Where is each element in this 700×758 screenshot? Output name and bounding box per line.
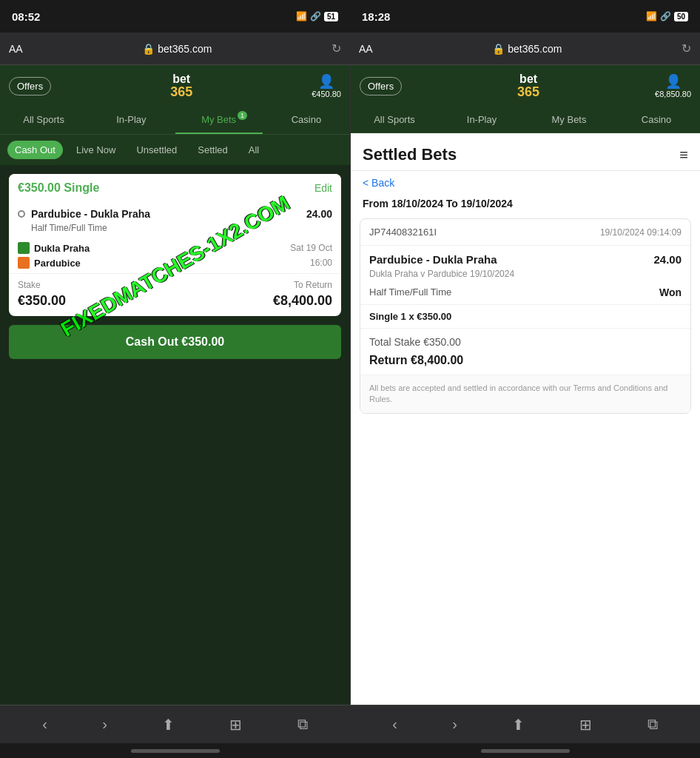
team-row-2: Pardubice 16:00: [18, 257, 332, 269]
sub-tab-settled[interactable]: Settled: [190, 141, 235, 159]
tab-in-play-left[interactable]: In-Play: [87, 107, 175, 134]
tab-my-bets-right[interactable]: My Bets: [525, 107, 613, 133]
team1-name: Dukla Praha: [34, 243, 90, 254]
right-home-indicator: [350, 743, 700, 758]
logo-bet-left: bet: [172, 73, 190, 85]
bookmarks-button-right[interactable]: ⊞: [579, 716, 592, 734]
team-left-1: Dukla Praha: [18, 242, 90, 254]
forward-button-left[interactable]: ›: [102, 716, 107, 733]
team1-shirt-icon: [18, 242, 30, 254]
right-panel: Offers bet 365 👤 €8,850.80 All Sports In…: [351, 65, 700, 705]
left-time: 08:52: [12, 10, 40, 23]
stake-amount: €350.00: [18, 293, 66, 309]
share-button-left[interactable]: ⬆: [162, 716, 175, 734]
bet-card: €350.00 Single Edit Pardubice - Dukla Pr…: [9, 174, 341, 316]
left-home-indicator: [0, 743, 350, 758]
right-status-icons: 📶 🔗 50: [646, 11, 688, 21]
return-amount: €8,400.00: [273, 293, 332, 309]
battery-badge: 51: [324, 12, 338, 21]
bet-card-header: €350.00 Single Edit: [9, 174, 341, 202]
bet-stake-values: €350.00 €8,400.00: [9, 293, 341, 316]
bet-ref: JP7440832161I: [369, 227, 437, 238]
wifi-icon-right: 🔗: [660, 11, 671, 21]
bet-stake-row: Stake To Return: [9, 273, 341, 293]
left-balance: €450.80: [312, 90, 341, 98]
back-button-right[interactable]: ‹: [392, 716, 397, 733]
bet-match-row: Pardubice - Dukla Praha 24.00: [9, 202, 341, 223]
settled-odds: 24.00: [653, 253, 682, 266]
right-balance: €8,850.80: [655, 90, 691, 98]
aa-button-left[interactable]: AA: [9, 43, 23, 55]
right-browser: AA 🔒 bet365.com ↻: [350, 33, 700, 65]
sub-tab-unsettled[interactable]: Unsettled: [129, 141, 184, 159]
right-tab-bar: All Sports In-Play My Bets Casino: [351, 107, 700, 133]
sub-tab-all[interactable]: All: [241, 141, 266, 159]
cash-out-button[interactable]: Cash Out €350.00: [9, 325, 341, 359]
settled-header: Settled Bets ≡: [351, 133, 700, 171]
back-button-left[interactable]: ‹: [42, 716, 47, 733]
bet-edit-button[interactable]: Edit: [314, 182, 332, 194]
sub-tabs: Cash Out Live Now Unsettled Settled All: [0, 135, 350, 165]
refresh-button-right[interactable]: ↻: [682, 41, 691, 56]
tab-casino-left[interactable]: Casino: [263, 107, 350, 134]
logo-365-left: 365: [170, 85, 192, 98]
bet-date: Sat 19 Oct: [290, 243, 332, 253]
left-bottom-nav: ‹ › ⬆ ⊞ ⧉: [0, 705, 350, 743]
bet-timestamp: 19/10/2024 09:14:09: [600, 227, 682, 238]
bet-circle-icon: [18, 210, 25, 218]
bottom-nav: ‹ › ⬆ ⊞ ⧉ ‹ › ⬆ ⊞ ⧉: [0, 705, 700, 743]
tab-in-play-right[interactable]: In-Play: [438, 107, 525, 133]
account-icon-right: 👤: [665, 73, 682, 90]
sub-tab-livenow[interactable]: Live Now: [69, 141, 123, 159]
sub-tab-cashout[interactable]: Cash Out: [7, 141, 63, 159]
left-offers-button[interactable]: Offers: [9, 77, 51, 95]
team-left-2: Pardubice: [18, 257, 81, 269]
right-offers-button[interactable]: Offers: [360, 77, 402, 95]
left-panel: Offers bet 365 👤 €450.80 All Sports In-P…: [0, 65, 350, 705]
forward-button-right[interactable]: ›: [452, 716, 457, 733]
settled-subtitle: Dukla Praha v Pardubice 19/10/2024: [360, 269, 690, 284]
share-button-right[interactable]: ⬆: [512, 716, 525, 734]
team2-shirt-icon: [18, 257, 30, 269]
left-tab-bar: All Sports In-Play My Bets1 Casino: [0, 107, 350, 135]
signal-icon: 📶: [296, 11, 307, 21]
tab-all-sports-right[interactable]: All Sports: [351, 107, 438, 133]
settled-card: JP7440832161I 19/10/2024 09:14:09 Pardub…: [360, 218, 691, 414]
bookmarks-button-left[interactable]: ⊞: [229, 716, 242, 734]
date-range: From 18/10/2024 To 19/10/2024: [351, 195, 700, 218]
stake-label: Stake: [18, 280, 41, 290]
tab-my-bets-left[interactable]: My Bets1: [175, 107, 263, 134]
right-logo: bet 365: [517, 73, 539, 98]
back-link[interactable]: < Back: [351, 171, 700, 195]
bet-card-container: €350.00 Single Edit Pardubice - Dukla Pr…: [0, 165, 350, 368]
settled-card-header: JP7440832161I 19/10/2024 09:14:09: [360, 219, 690, 246]
settled-disclaimer: All bets are accepted and settled in acc…: [360, 375, 690, 413]
url-bar-left[interactable]: 🔒 bet365.com: [142, 43, 212, 55]
team-row-1: Dukla Praha Sat 19 Oct: [18, 242, 332, 254]
browser-bar: AA 🔒 bet365.com ↻ AA 🔒 bet365.com ↻: [0, 33, 700, 65]
tabs-button-right[interactable]: ⧉: [647, 716, 658, 733]
right-account[interactable]: 👤 €8,850.80: [655, 73, 691, 98]
url-bar-right[interactable]: 🔒 bet365.com: [492, 43, 562, 55]
refresh-button-left[interactable]: ↻: [332, 41, 341, 56]
right-nav-bar: Offers bet 365 👤 €8,850.80: [351, 65, 700, 107]
left-status: 08:52 📶 🔗 51: [0, 0, 350, 33]
hamburger-icon[interactable]: ≡: [679, 147, 688, 164]
account-icon-left: 👤: [318, 73, 334, 90]
right-time: 18:28: [362, 10, 390, 23]
my-bets-badge: 1: [238, 111, 247, 120]
tabs-button-left[interactable]: ⧉: [297, 716, 308, 733]
aa-button-right[interactable]: AA: [359, 43, 373, 55]
wifi-icon: 🔗: [310, 11, 321, 21]
tab-all-sports-left[interactable]: All Sports: [0, 107, 87, 134]
settled-title: Settled Bets: [363, 145, 457, 164]
settled-match-row: Pardubice - Dukla Praha 24.00: [360, 246, 690, 269]
left-account[interactable]: 👤 €450.80: [312, 73, 341, 98]
left-browser: AA 🔒 bet365.com ↻: [0, 33, 350, 65]
lock-icon-right: 🔒: [492, 43, 505, 55]
settled-single: Single 1 x €350.00: [360, 305, 690, 329]
right-status: 18:28 📶 🔗 50: [350, 0, 700, 33]
lock-icon-left: 🔒: [142, 43, 155, 55]
home-indicator: [0, 743, 700, 758]
tab-casino-right[interactable]: Casino: [613, 107, 700, 133]
